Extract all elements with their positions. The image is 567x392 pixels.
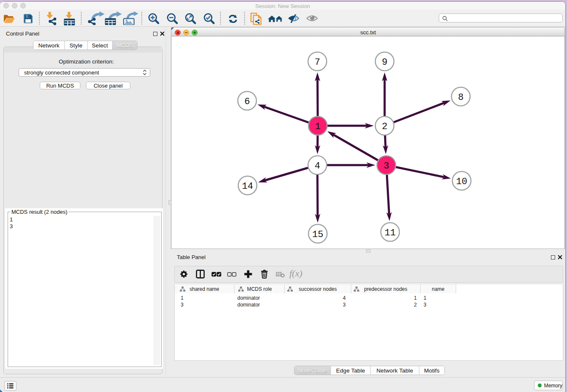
svg-text:10: 10	[456, 177, 467, 187]
svg-text:3: 3	[383, 161, 389, 171]
svg-text:1: 1	[315, 121, 320, 132]
svg-text:2: 2	[382, 121, 387, 132]
svg-text:6: 6	[244, 97, 250, 107]
svg-text:14: 14	[242, 181, 253, 192]
svg-text:7: 7	[314, 57, 320, 68]
svg-text:15: 15	[312, 229, 323, 240]
svg-text:9: 9	[382, 57, 387, 68]
svg-text:8: 8	[458, 92, 463, 103]
svg-text:11: 11	[385, 228, 396, 238]
svg-text:4: 4	[314, 161, 320, 171]
